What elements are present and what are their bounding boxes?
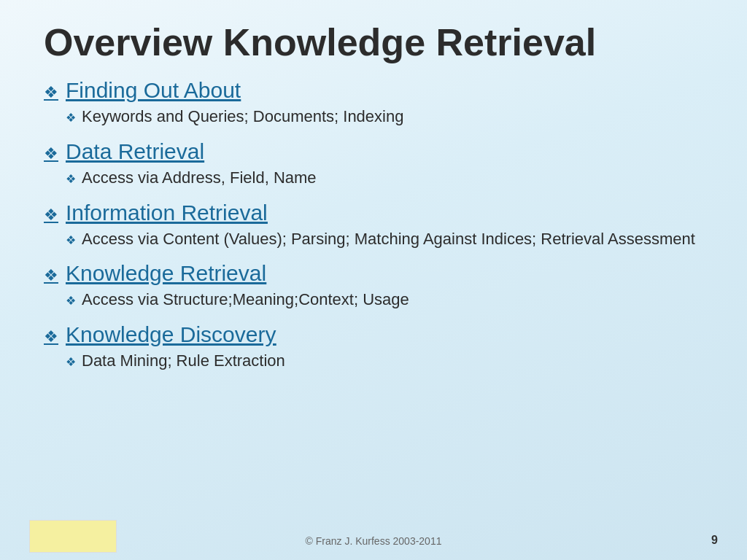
sub-bullet-2-1: ❖	[66, 171, 76, 187]
sub-item-5-1: ❖ Data Mining; Rule Extraction	[66, 350, 703, 372]
page-number: 9	[711, 534, 718, 547]
section-heading-data-retrieval: ❖ Data Retrieval	[44, 139, 703, 164]
copyright-text: © Franz J. Kurfess 2003-2011	[306, 535, 442, 547]
diamond-bullet-5: ❖	[44, 327, 58, 346]
section-heading-knowledge-discovery: ❖ Knowledge Discovery	[44, 322, 703, 347]
section-knowledge-retrieval: ❖ Knowledge Retrieval ❖ Access via Struc…	[44, 261, 703, 311]
sub-item-text-2-1: Access via Address, Field, Name	[82, 167, 317, 189]
slide-title: Overview Knowledge Retrieval	[44, 22, 703, 63]
sub-item-1-1: ❖ Keywords and Queries; Documents; Index…	[66, 106, 703, 128]
sub-item-3-1: ❖ Access via Content (Values); Parsing; …	[66, 228, 703, 250]
section-heading-text-3: Information Retrieval	[66, 201, 268, 225]
section-heading-text-4: Knowledge Retrieval	[66, 261, 266, 286]
sub-bullet-4-1: ❖	[66, 293, 76, 309]
diamond-bullet-3: ❖	[44, 206, 58, 225]
footer: © Franz J. Kurfess 2003-2011	[0, 535, 747, 547]
sub-item-text-4-1: Access via Structure;Meaning;Context; Us…	[82, 289, 409, 311]
sub-item-text-3-1: Access via Content (Values); Parsing; Ma…	[82, 228, 695, 250]
sub-item-text-5-1: Data Mining; Rule Extraction	[82, 350, 285, 372]
diamond-bullet-1: ❖	[44, 83, 58, 102]
sub-item-text-1-1: Keywords and Queries; Documents; Indexin…	[82, 106, 403, 128]
section-heading-text-2: Data Retrieval	[66, 139, 204, 164]
sub-item-2-1: ❖ Access via Address, Field, Name	[66, 167, 703, 189]
slide: Overview Knowledge Retrieval ❖ Finding O…	[0, 0, 747, 560]
section-data-retrieval: ❖ Data Retrieval ❖ Access via Address, F…	[44, 139, 703, 189]
sub-bullet-3-1: ❖	[66, 233, 76, 249]
sub-item-4-1: ❖ Access via Structure;Meaning;Context; …	[66, 289, 703, 311]
diamond-bullet-4: ❖	[44, 266, 58, 285]
section-heading-information-retrieval: ❖ Information Retrieval	[44, 201, 703, 225]
section-information-retrieval: ❖ Information Retrieval ❖ Access via Con…	[44, 201, 703, 250]
sub-bullet-5-1: ❖	[66, 354, 76, 370]
sub-bullet-1-1: ❖	[66, 110, 76, 126]
section-heading-knowledge-retrieval: ❖ Knowledge Retrieval	[44, 261, 703, 286]
diamond-bullet-2: ❖	[44, 144, 58, 163]
section-heading-finding-out-about: ❖ Finding Out About	[44, 78, 703, 103]
section-finding-out-about: ❖ Finding Out About ❖ Keywords and Queri…	[44, 78, 703, 128]
section-heading-text-5: Knowledge Discovery	[66, 322, 276, 347]
section-knowledge-discovery: ❖ Knowledge Discovery ❖ Data Mining; Rul…	[44, 322, 703, 372]
section-heading-text-1: Finding Out About	[66, 78, 241, 103]
